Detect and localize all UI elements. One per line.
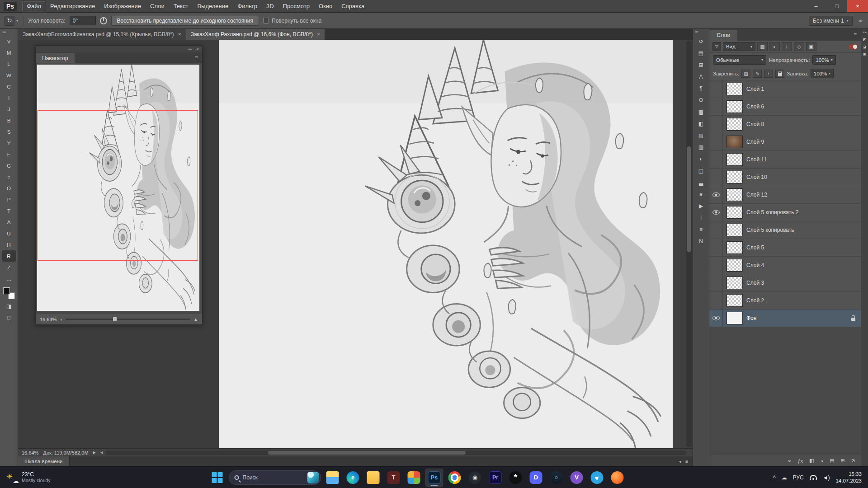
libraries-panel-icon[interactable]: ▥: [695, 141, 708, 153]
visibility-toggle[interactable]: [709, 257, 723, 274]
taskbar-app-folder[interactable]: [364, 469, 382, 487]
layer-row[interactable]: Слой 11: [709, 151, 861, 169]
workspace-switcher[interactable]: Без имени-1 ▾: [809, 16, 853, 26]
close-tab-icon[interactable]: ×: [317, 31, 320, 38]
layer-row[interactable]: Слой 5: [709, 239, 861, 257]
navigator-zoom-slider[interactable]: [66, 319, 190, 320]
taskbar-app-photoshop-active[interactable]: Ps: [425, 469, 443, 487]
taskbar-app-orange[interactable]: [609, 469, 627, 487]
menu-select[interactable]: Выделение: [193, 0, 233, 12]
taskbar-app-steam[interactable]: ○: [547, 469, 566, 487]
filter-smart-objects-button[interactable]: ▣: [806, 42, 816, 51]
visibility-toggle[interactable]: [709, 80, 723, 98]
clone-source-panel-icon[interactable]: ⊞: [695, 59, 708, 70]
layer-row[interactable]: Слой 8: [709, 116, 861, 133]
actions-panel-icon[interactable]: ▶: [695, 200, 708, 211]
toolbox-expand-icon[interactable]: »»: [0, 29, 7, 36]
crop-tool[interactable]: C: [2, 81, 16, 92]
visibility-toggle[interactable]: [709, 292, 723, 309]
layer-row[interactable]: Слой 10: [709, 169, 861, 186]
navigator-zoom-value[interactable]: 16,64%: [40, 317, 57, 322]
menu-edit[interactable]: Редактирование: [46, 0, 99, 12]
taskbar-clock[interactable]: 15:33 14.07.2023: [835, 471, 862, 484]
shape-tool[interactable]: U: [2, 228, 16, 239]
marquee-tool[interactable]: M: [2, 47, 16, 58]
navigator-preview[interactable]: [36, 63, 202, 314]
rotate-view-tool[interactable]: R: [2, 250, 16, 262]
start-button[interactable]: [208, 469, 226, 487]
layer-row-selected[interactable]: Фон: [709, 310, 861, 327]
taskbar-app-typora[interactable]: T: [385, 469, 403, 487]
brush-settings-panel-icon[interactable]: ▤: [695, 47, 708, 59]
layer-thumbnail[interactable]: [727, 277, 742, 289]
layer-row[interactable]: Слой 3: [709, 274, 861, 292]
status-zoom-value[interactable]: 16,64%: [22, 450, 38, 455]
layer-row[interactable]: Слой 4: [709, 257, 861, 274]
taskbar-app-grid[interactable]: [405, 469, 423, 487]
swatches-panel-icon[interactable]: ▩: [695, 106, 708, 117]
layer-row[interactable]: Слой 1: [709, 80, 861, 98]
color-swatches[interactable]: [3, 287, 15, 299]
lock-position-button[interactable]: +: [764, 70, 773, 78]
hand-tool[interactable]: H: [2, 239, 16, 250]
layer-thumbnail[interactable]: [727, 224, 742, 236]
scroll-left-icon[interactable]: ◀: [100, 450, 103, 455]
taskbar-app-viber[interactable]: V: [568, 469, 586, 487]
layer-row[interactable]: Слой 9: [709, 133, 861, 151]
zoom-slider-thumb[interactable]: [113, 317, 117, 321]
document-tab-1[interactable]: ЗаказХалфБогомолФиналка.psd @ 15,1% (Кры…: [18, 29, 186, 40]
minimize-button[interactable]: –: [806, 0, 826, 12]
layer-row[interactable]: Слой 12: [709, 186, 861, 204]
filter-type-layers-button[interactable]: T: [782, 42, 792, 51]
healing-brush-tool[interactable]: J: [2, 103, 16, 115]
new-layer-icon[interactable]: ⊞: [841, 458, 845, 464]
panel-menu-icon[interactable]: ≡: [685, 459, 688, 464]
search-highlight-icon[interactable]: [307, 472, 319, 483]
layer-thumbnail[interactable]: [727, 101, 742, 113]
layer-thumbnail[interactable]: [727, 259, 742, 271]
filter-kind-select[interactable]: Вид ▾: [723, 42, 755, 51]
taskbar-app-dark[interactable]: ◉: [466, 469, 484, 487]
zoom-out-mountain-icon[interactable]: ▲: [60, 318, 62, 321]
navigator-tab[interactable]: Навигатор: [36, 53, 75, 63]
visibility-toggle[interactable]: [709, 239, 723, 256]
gradient-tool[interactable]: G: [2, 160, 16, 171]
menu-image[interactable]: Изображение: [99, 0, 146, 12]
reset-view-button[interactable]: Восстановить представление до исходного …: [111, 16, 259, 26]
language-indicator[interactable]: РУС: [793, 474, 804, 481]
visibility-toggle[interactable]: [709, 186, 723, 203]
taskbar-app-explorer[interactable]: [324, 469, 342, 487]
history-panel-icon[interactable]: ↺: [695, 36, 708, 47]
adjustment-layer-icon[interactable]: ◑: [821, 458, 824, 464]
layer-thumbnail[interactable]: [727, 136, 742, 148]
paragraph-panel-icon[interactable]: ¶: [695, 83, 708, 94]
lock-transparency-button[interactable]: ▨: [741, 70, 750, 78]
edit-toolbar-icon[interactable]: …: [2, 273, 16, 284]
expand-dock-icon[interactable]: »»: [863, 30, 867, 34]
dodge-tool[interactable]: O: [2, 183, 16, 194]
blend-mode-select[interactable]: Обычные ▾: [713, 55, 766, 65]
navigator-view-rectangle[interactable]: [38, 110, 198, 261]
taskbar-app-chat[interactable]: *: [507, 469, 525, 487]
close-tab-icon[interactable]: ×: [178, 31, 181, 38]
pen-tool[interactable]: P: [2, 194, 16, 205]
taskbar-app-edge[interactable]: e: [344, 469, 362, 487]
horizontal-scrollbar-thumb[interactable]: [268, 451, 466, 455]
tray-overflow-chevron-icon[interactable]: ^: [773, 474, 776, 481]
artwork-canvas[interactable]: [219, 40, 673, 448]
rotation-dial-icon[interactable]: [100, 17, 107, 24]
layer-thumbnail[interactable]: [727, 154, 742, 165]
close-panel-icon[interactable]: ×: [197, 47, 199, 52]
layer-thumbnail[interactable]: [727, 118, 742, 130]
dock-panel-icon[interactable]: ◪: [863, 45, 867, 49]
horizontal-scroll-track[interactable]: [105, 450, 686, 455]
lock-paint-button[interactable]: ✎: [753, 70, 762, 78]
visibility-toggle[interactable]: [709, 151, 723, 168]
horizontal-scrollbar[interactable]: ◀: [100, 449, 693, 456]
visibility-toggle[interactable]: [709, 133, 723, 150]
type-tool[interactable]: T: [2, 205, 16, 216]
menu-filter[interactable]: Фильтр: [233, 0, 262, 12]
search-input[interactable]: [243, 474, 304, 481]
eraser-tool[interactable]: E: [2, 149, 16, 160]
color-panel-icon[interactable]: ◧: [695, 118, 708, 129]
